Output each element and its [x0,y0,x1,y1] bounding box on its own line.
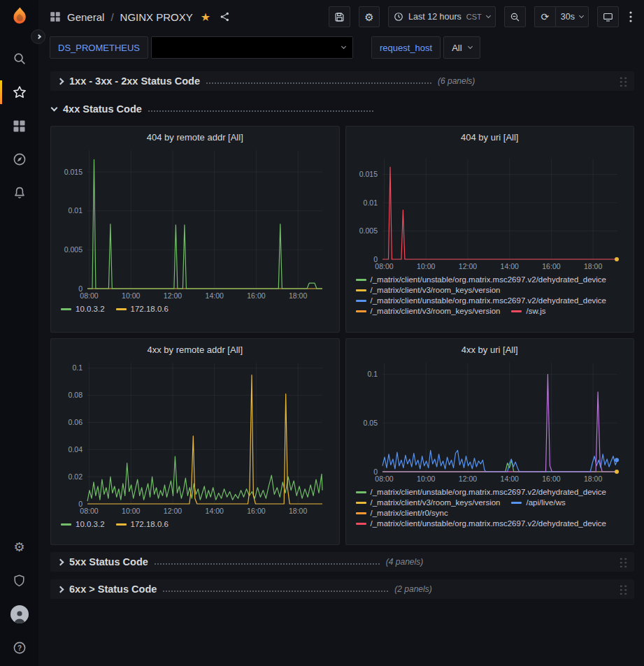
legend-label: 172.18.0.6 [131,520,169,528]
breadcrumb-separator: / [110,11,113,23]
legend-item[interactable]: /api/live/ws [511,498,565,507]
svg-text:0.015: 0.015 [359,170,377,178]
grafana-logo[interactable] [8,6,31,28]
legend-label: /sw.js [526,307,545,315]
row-drag-handle[interactable] [619,557,628,567]
chevron-right-icon [57,558,64,565]
chevron-right-icon [57,78,64,85]
sidebar-item-profile[interactable] [0,598,38,631]
breadcrumb: General / NGINX PROXY [67,11,193,23]
gear-icon: ⚙ [364,12,373,22]
monitor-icon [603,12,613,22]
legend-item[interactable]: /sw.js [511,307,545,315]
svg-text:0: 0 [78,500,83,508]
svg-text:14:00: 14:00 [206,507,224,515]
svg-text:12:00: 12:00 [164,291,182,300]
sidebar-item-configuration[interactable]: ⚙ [0,530,38,564]
legend-item[interactable]: 172.18.0.6 [116,520,169,528]
request-host-select[interactable]: All [443,36,480,59]
variables-bar: DS_PROMETHEUS request_host All [38,34,644,66]
timezone-label: CST [466,13,482,21]
row-panel-count: (2 panels) [394,584,431,594]
svg-text:0.05: 0.05 [363,419,378,427]
svg-text:16:00: 16:00 [247,291,265,300]
zoom-out-button[interactable] [504,6,526,27]
sidebar-item-dashboards[interactable] [0,109,38,143]
svg-text:0.005: 0.005 [64,245,83,254]
sidebar-item-alerting[interactable] [0,176,38,210]
refresh-interval-picker[interactable]: 30s [555,6,589,27]
row-panel-count: (4 panels) [386,557,423,567]
time-series-chart[interactable]: 08:0010:0012:0014:0016:0018:0000.050.1 [353,357,627,484]
favorite-star-icon[interactable]: ★ [201,10,210,24]
legend-item[interactable]: 10.0.3.2 [61,305,105,313]
share-icon [220,11,230,22]
panel-title[interactable]: 404 by remote addr [All] [58,130,332,145]
legend-item[interactable]: /_matrix/client/unstable/org.matrix.msc2… [356,275,607,284]
sidebar-item-server-admin[interactable] [0,564,38,598]
row-drag-handle[interactable] [619,76,628,87]
row-5xx[interactable]: 5xx Status Code (4 panels) [50,552,634,572]
svg-text:0.005: 0.005 [359,226,377,235]
dashboard-canvas: 1xx - 3xx - 2xx Status Code (6 panels) 4… [38,66,644,666]
legend-item[interactable]: 10.0.3.2 [61,520,105,528]
panel-legend: /_matrix/client/unstable/org.matrix.msc2… [353,484,627,528]
svg-text:14:00: 14:00 [500,475,518,483]
time-series-chart[interactable]: 08:0010:0012:0014:0016:0018:0000.0050.01… [353,153,627,272]
legend-item[interactable]: 172.18.0.6 [116,305,169,313]
legend-label: 172.18.0.6 [131,305,169,313]
sidebar-item-starred[interactable] [0,75,38,109]
compass-icon [13,152,27,166]
legend-item[interactable]: /_matrix/client/unstable/org.matrix.msc2… [356,488,607,496]
chevron-down-icon [51,104,58,111]
svg-text:18:00: 18:00 [584,475,602,483]
save-icon [334,12,345,22]
panel-title[interactable]: 404 by uri [All] [353,130,627,145]
cycle-view-mode-button[interactable] [597,6,619,27]
panel-title[interactable]: 4xx by uri [All] [353,342,627,357]
legend-item[interactable]: /_matrix/client/v3/room_keys/version [356,307,501,315]
panel-404-by-remote-addr: 404 by remote addr [All] 08:0010:0012:00… [50,126,340,333]
share-button[interactable] [217,8,233,25]
svg-text:10:00: 10:00 [122,291,140,300]
svg-text:16:00: 16:00 [542,475,560,483]
legend-item[interactable]: /_matrix/client/v3/room_keys/version [356,286,501,294]
dotted-leader [206,82,431,84]
legend-item[interactable]: /_matrix/client/unstable/org.matrix.msc2… [356,296,607,305]
legend-swatch [116,523,127,526]
svg-text:?: ? [17,644,21,652]
time-series-chart[interactable]: 08:0010:0012:0014:0016:0018:0000.0050.01… [58,145,332,301]
time-range-picker[interactable]: Last 12 hours CST [388,6,496,27]
refresh-button[interactable]: ⟳ [534,6,555,27]
legend-item[interactable]: /_matrix/client/v3/room_keys/version [356,498,501,507]
main-area: General / NGINX PROXY ★ [38,0,644,666]
dashboard-toolbar: General / NGINX PROXY ★ [38,0,644,34]
more-options-button[interactable] [627,9,634,24]
legend-item[interactable]: /_matrix/client/r0/sync [356,509,448,517]
save-dashboard-button[interactable] [329,6,350,27]
row-1xx-3xx-2xx[interactable]: 1xx - 3xx - 2xx Status Code (6 panels) [50,71,634,91]
breadcrumb-dashboard-title[interactable]: NGINX PROXY [120,11,193,23]
sidebar-top-nav [0,42,38,210]
help-icon: ? [13,641,27,655]
row-6xx[interactable]: 6xx > Status Code (2 panels) [50,579,634,599]
datasource-variable-label[interactable]: DS_PROMETHEUS [50,36,148,59]
sidebar-item-search[interactable] [0,42,38,75]
sidebar-item-help[interactable]: ? [0,631,38,665]
svg-text:0: 0 [373,468,378,476]
legend-swatch [356,300,366,302]
sidebar-item-explore[interactable] [0,143,38,176]
row-4xx[interactable]: 4xx Status Code [50,99,634,119]
request-host-variable-label[interactable]: request_host [371,36,441,59]
panel-title[interactable]: 4xx by remote addr [All] [58,342,332,357]
row-drag-handle[interactable] [619,584,628,595]
legend-swatch [356,279,366,281]
toolbar-right: ⚙ Last 12 hours CST ⟳ [329,6,634,27]
dashboard-settings-button[interactable]: ⚙ [359,6,380,27]
svg-text:16:00: 16:00 [542,262,560,270]
datasource-select[interactable] [151,36,353,59]
breadcrumb-folder[interactable]: General [67,11,104,23]
legend-label: /_matrix/client/unstable/org.matrix.msc2… [371,275,607,284]
time-series-chart[interactable]: 08:0010:0012:0014:0016:0018:0000.020.040… [58,357,332,516]
legend-item[interactable]: /_matrix/client/unstable/org.matrix.msc2… [356,519,607,528]
